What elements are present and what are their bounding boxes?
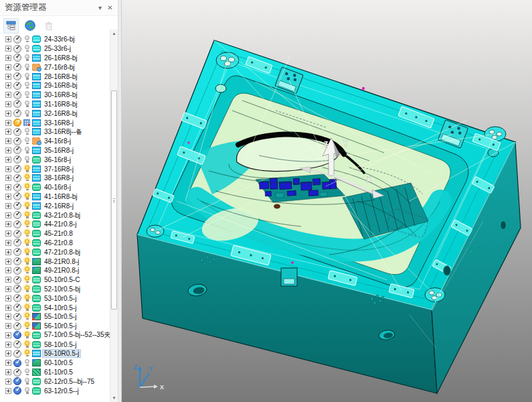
bulb-icon[interactable] — [23, 119, 30, 127]
tree-item[interactable]: 49-21R0.8-j — [0, 266, 110, 275]
tree-scrollbar[interactable]: ▲ ▼ — [110, 29, 118, 402]
bulb-icon[interactable] — [23, 100, 30, 108]
tree-item[interactable]: 41-16R8-bj — [0, 192, 110, 202]
tree-item[interactable]: 56-10r0.5-j — [0, 322, 110, 331]
panel-collapse-button[interactable]: ▾ — [95, 3, 105, 13]
expand-toggle-icon[interactable] — [5, 230, 11, 237]
tree-item[interactable]: 61-10r0.5 — [0, 368, 110, 377]
tree-item[interactable]: 32-16R8-bj — [0, 109, 110, 118]
check-icon[interactable] — [13, 109, 21, 117]
expand-toggle-icon[interactable] — [5, 221, 11, 227]
expand-toggle-icon[interactable] — [5, 82, 11, 88]
expand-toggle-icon[interactable] — [5, 111, 11, 117]
bulb-icon[interactable] — [23, 267, 30, 275]
expand-toggle-icon[interactable] — [5, 147, 11, 153]
tree-item[interactable]: 24-33r6-bj — [0, 35, 110, 44]
tree-item[interactable]: 33-16R8j--备 — [0, 127, 110, 137]
check-icon[interactable] — [13, 304, 21, 312]
expand-toggle-icon[interactable] — [5, 342, 11, 348]
check-icon[interactable] — [13, 313, 21, 321]
expand-toggle-icon[interactable] — [5, 314, 11, 320]
tree-item[interactable]: 47-21r0.8-bj — [0, 247, 110, 257]
tree-structure-button[interactable] — [3, 18, 19, 34]
expand-toggle-icon[interactable] — [5, 129, 11, 135]
tree-item[interactable]: 45-21r0.8 — [0, 229, 110, 239]
tree-item[interactable]: 52-10r0.5-bj — [0, 285, 110, 294]
tree-item[interactable]: 63-12r0.5--j — [0, 386, 110, 395]
tree-item[interactable]: 53-10r0.5-j — [0, 293, 110, 303]
panel-close-button[interactable]: ✕ — [105, 3, 115, 13]
expand-toggle-icon[interactable] — [5, 138, 11, 144]
bulb-icon[interactable] — [23, 72, 30, 80]
expand-toggle-icon[interactable] — [5, 323, 11, 329]
expand-toggle-icon[interactable] — [5, 249, 11, 255]
bulb-icon[interactable] — [23, 304, 30, 312]
bulb-icon[interactable] — [23, 313, 30, 321]
bulb-icon[interactable] — [23, 387, 30, 395]
bulb-icon[interactable] — [23, 174, 30, 182]
tree-item[interactable]: 44-21r0.8-j — [0, 220, 110, 229]
expand-toggle-icon[interactable] — [5, 46, 11, 52]
expand-toggle-icon[interactable] — [5, 55, 11, 61]
bulb-icon[interactable] — [23, 294, 30, 302]
check-icon[interactable] — [13, 387, 21, 395]
tree-item[interactable]: 43-21r0.8-bj — [0, 210, 110, 220]
check-icon[interactable] — [13, 45, 21, 53]
tree-item[interactable]: 37-16R8-j — [0, 164, 110, 174]
tree-item[interactable]: 36-16r8-j — [0, 155, 110, 164]
bulb-icon[interactable] — [23, 285, 30, 293]
tree-item[interactable]: 30-16R8-bj — [0, 90, 110, 100]
tree-item[interactable]: 27-16r8-bj — [0, 62, 110, 72]
check-icon[interactable] — [13, 331, 21, 339]
check-icon[interactable] — [13, 63, 21, 71]
check-icon[interactable] — [13, 128, 21, 136]
check-icon[interactable] — [13, 184, 21, 192]
check-icon[interactable] — [13, 267, 21, 275]
scroll-up-arrow-icon[interactable]: ▲ — [110, 29, 118, 38]
check-icon[interactable] — [13, 91, 21, 99]
check-icon[interactable] — [13, 285, 21, 293]
expand-toggle-icon[interactable] — [5, 36, 11, 42]
expand-toggle-icon[interactable] — [5, 379, 11, 385]
bulb-icon[interactable] — [23, 340, 30, 348]
bulb-icon[interactable] — [23, 63, 30, 71]
bulb-icon[interactable] — [23, 137, 30, 145]
expand-toggle-icon[interactable] — [5, 184, 11, 190]
globe-button[interactable] — [22, 18, 37, 34]
check-icon[interactable] — [13, 202, 21, 210]
expand-toggle-icon[interactable] — [5, 295, 11, 302]
check-icon[interactable] — [13, 248, 21, 256]
bulb-icon[interactable] — [23, 165, 30, 173]
tree-item[interactable]: 58-10r0.5-j — [0, 340, 110, 349]
expand-toggle-icon[interactable] — [5, 350, 11, 356]
3d-viewport-canvas[interactable]: Z Y X Z Y X — [122, 0, 532, 402]
bulb-icon[interactable] — [23, 377, 30, 385]
check-icon[interactable] — [13, 359, 21, 367]
check-icon[interactable] — [13, 137, 21, 145]
check-icon[interactable] — [13, 276, 21, 284]
check-icon[interactable] — [13, 322, 21, 330]
expand-toggle-icon[interactable] — [5, 267, 11, 273]
expand-toggle-icon[interactable] — [5, 388, 11, 394]
tree-item[interactable]: 59-10R0.5-j — [0, 349, 110, 358]
check-icon[interactable] — [13, 54, 21, 62]
check-icon[interactable] — [13, 350, 21, 358]
3d-viewport[interactable]: Z Y X Z Y X — [122, 0, 532, 402]
expand-toggle-icon[interactable] — [5, 332, 11, 338]
bulb-icon[interactable] — [23, 155, 30, 163]
bulb-icon[interactable] — [23, 220, 30, 228]
expand-toggle-icon[interactable] — [5, 74, 11, 80]
expand-toggle-icon[interactable] — [5, 194, 11, 200]
check-icon[interactable] — [13, 239, 21, 247]
tree-item[interactable]: 35-16R8-j — [0, 146, 110, 155]
tree-item[interactable]: 40-16r8-j — [0, 183, 110, 192]
expand-toggle-icon[interactable] — [5, 120, 11, 126]
tree-item[interactable]: 55-10r0.5-j — [0, 312, 110, 322]
bulb-icon[interactable] — [23, 54, 30, 62]
tree-item[interactable]: 38-16R8-j — [0, 174, 110, 183]
expand-toggle-icon[interactable] — [5, 277, 11, 283]
bulb-icon[interactable] — [23, 257, 30, 265]
check-icon[interactable] — [13, 192, 21, 200]
bulb-icon[interactable] — [23, 82, 30, 90]
bulb-icon[interactable] — [23, 239, 30, 247]
